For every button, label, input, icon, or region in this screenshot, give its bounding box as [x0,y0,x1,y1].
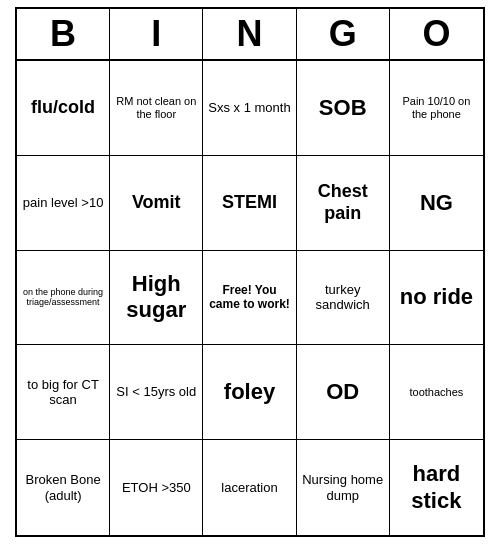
bingo-cell: laceration [203,440,296,535]
bingo-card: BINGO flu/coldRM not clean on the floorS… [15,7,485,537]
bingo-cell: Vomit [110,156,203,251]
header-letter: G [297,9,390,59]
bingo-cell: Sxs x 1 month [203,61,296,156]
bingo-cell: toothaches [390,345,483,440]
header-letter: O [390,9,483,59]
bingo-cell: foley [203,345,296,440]
bingo-cell: Free! You came to work! [203,251,296,346]
bingo-cell: Pain 10/10 on the phone [390,61,483,156]
bingo-cell: hard stick [390,440,483,535]
bingo-grid: flu/coldRM not clean on the floorSxs x 1… [17,61,483,535]
bingo-cell: on the phone during triage/assessment [17,251,110,346]
bingo-cell: Chest pain [297,156,390,251]
bingo-cell: Broken Bone (adult) [17,440,110,535]
bingo-cell: no ride [390,251,483,346]
bingo-cell: NG [390,156,483,251]
bingo-cell: High sugar [110,251,203,346]
bingo-cell: ETOH >350 [110,440,203,535]
bingo-cell: STEMI [203,156,296,251]
bingo-cell: OD [297,345,390,440]
bingo-cell: pain level >10 [17,156,110,251]
bingo-cell: RM not clean on the floor [110,61,203,156]
header-letter: B [17,9,110,59]
header-letter: N [203,9,296,59]
bingo-cell: flu/cold [17,61,110,156]
bingo-cell: Nursing home dump [297,440,390,535]
bingo-cell: to big for CT scan [17,345,110,440]
bingo-cell: SOB [297,61,390,156]
bingo-cell: turkey sandwich [297,251,390,346]
bingo-header: BINGO [17,9,483,61]
bingo-cell: SI < 15yrs old [110,345,203,440]
header-letter: I [110,9,203,59]
